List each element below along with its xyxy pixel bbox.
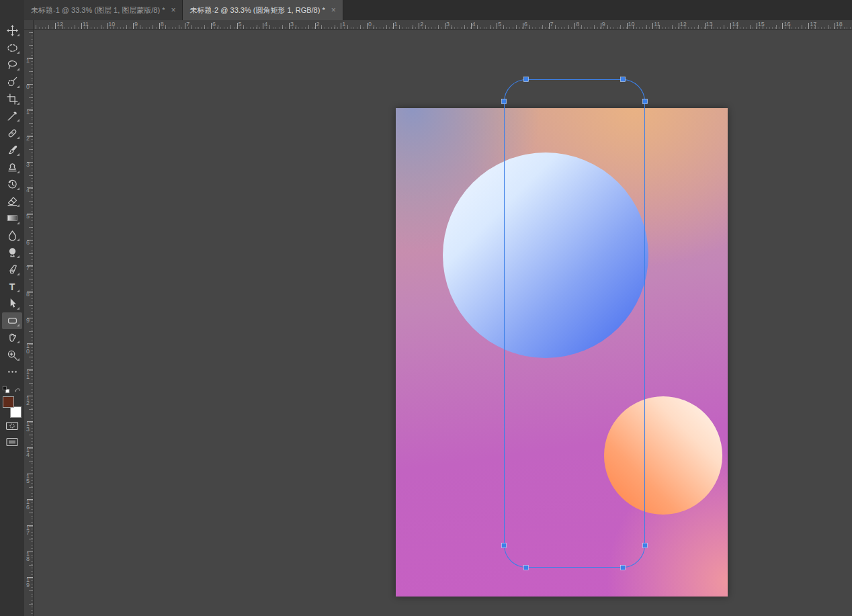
tab-title: 未标题-1 @ 33.3% (图层 1, 图层蒙版/8) * <box>31 5 165 15</box>
quick-mask-button[interactable] <box>2 418 22 434</box>
crop-icon <box>7 93 18 105</box>
quick-selection-tool[interactable] <box>2 73 22 90</box>
document-tabs: 未标题-1 @ 33.3% (图层 1, 图层蒙版/8) * × 未标题-2 @… <box>24 0 852 20</box>
shape-tool[interactable] <box>2 312 22 329</box>
horizontal-ruler[interactable]: 1211109876543210123456789101112131415161… <box>34 20 852 30</box>
swap-colors-icon[interactable] <box>13 385 23 394</box>
zoom-icon <box>7 349 18 361</box>
orange-gradient-circle <box>604 396 722 515</box>
tab-title: 未标题-2 @ 33.3% (圆角矩形 1, RGB/8) * <box>189 5 325 15</box>
more-tools-button[interactable] <box>2 363 22 380</box>
brush-icon <box>7 144 18 156</box>
document-tab-2[interactable]: 未标题-2 @ 33.3% (圆角矩形 1, RGB/8) * × <box>183 0 343 20</box>
gradient-icon <box>7 212 18 224</box>
hand-tool[interactable] <box>2 329 22 346</box>
type-icon: T <box>9 282 15 292</box>
rounded-rectangle-icon <box>7 315 18 326</box>
close-tab-icon[interactable]: × <box>171 6 175 14</box>
quick-selection-icon <box>7 76 18 87</box>
eyedropper-icon <box>7 110 18 122</box>
default-colors-icon[interactable] <box>1 385 11 394</box>
eyedropper-tool[interactable] <box>2 107 22 124</box>
canvas-viewport[interactable] <box>34 30 852 616</box>
close-tab-icon[interactable]: × <box>331 6 336 14</box>
dodge-icon <box>7 247 18 258</box>
type-tool[interactable]: T <box>2 278 22 295</box>
move-tool[interactable] <box>2 22 22 39</box>
history-brush-icon <box>7 179 18 190</box>
hand-icon <box>7 332 18 343</box>
path-selection-tool[interactable] <box>2 295 22 312</box>
zoom-tool[interactable] <box>2 346 22 363</box>
spot-healing-icon <box>7 128 18 139</box>
eraser-tool[interactable] <box>2 193 22 210</box>
eraser-icon <box>7 195 18 207</box>
ellipse-marquee-icon <box>7 42 18 54</box>
screen-mode-icon <box>5 437 19 447</box>
move-icon <box>7 25 18 36</box>
background-color-swatch[interactable] <box>10 406 22 418</box>
clone-stamp-icon <box>7 161 18 173</box>
history-brush-tool[interactable] <box>2 176 22 193</box>
spot-healing-tool[interactable] <box>2 124 22 141</box>
clone-stamp-tool[interactable] <box>2 159 22 175</box>
blur-tool[interactable] <box>2 227 22 244</box>
ellipsis-icon <box>7 366 18 378</box>
color-swatches <box>2 396 22 418</box>
color-controls-row <box>1 384 23 395</box>
vertical-ruler[interactable]: 101234567891 01 11 21 31 41 51 61 71 81 … <box>24 30 34 616</box>
dodge-tool[interactable] <box>2 244 22 261</box>
quick-mask-icon <box>5 421 19 431</box>
screen-mode-button[interactable] <box>2 434 22 450</box>
ellipse-marquee-tool[interactable] <box>2 39 22 56</box>
document-canvas[interactable] <box>396 108 728 597</box>
blue-gradient-circle <box>443 152 648 358</box>
path-selection-icon <box>7 298 18 309</box>
ruler-origin-corner[interactable] <box>24 20 34 30</box>
photoshop-window: 未标题-1 @ 33.3% (图层 1, 图层蒙版/8) * × 未标题-2 @… <box>0 0 852 616</box>
lasso-tool[interactable] <box>2 56 22 73</box>
document-tab-1[interactable]: 未标题-1 @ 33.3% (图层 1, 图层蒙版/8) * × <box>24 0 183 20</box>
lasso-icon <box>7 59 18 71</box>
crop-tool[interactable] <box>2 91 22 107</box>
gradient-tool[interactable] <box>2 210 22 226</box>
pen-icon <box>7 264 18 275</box>
tools-panel: T <box>0 0 24 616</box>
brush-tool[interactable] <box>2 142 22 159</box>
pen-tool[interactable] <box>2 261 22 277</box>
blur-drop-icon <box>7 230 18 241</box>
foreground-color-swatch[interactable] <box>3 396 14 408</box>
